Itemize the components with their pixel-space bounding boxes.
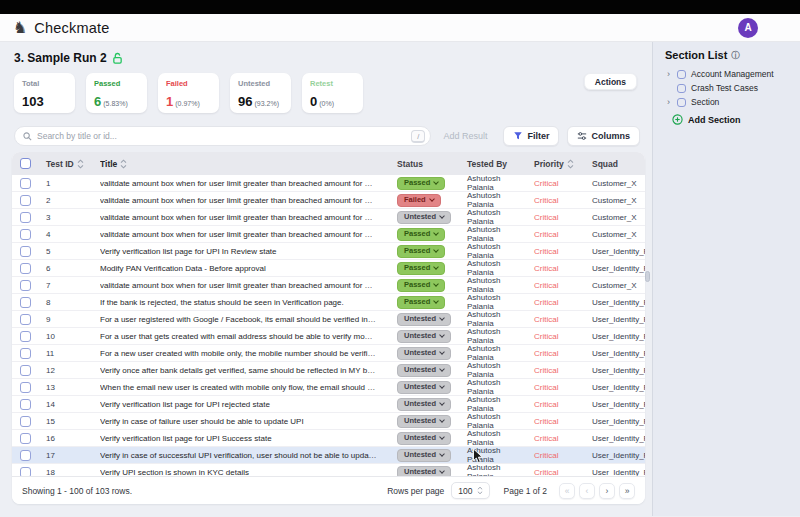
row-checkbox[interactable] (20, 348, 31, 359)
status-select[interactable]: Untested (397, 449, 451, 462)
cell-priority: Critical (522, 230, 578, 239)
row-checkbox[interactable] (20, 263, 31, 274)
cell-priority: Critical (522, 451, 578, 460)
columns-button[interactable]: Columns (567, 126, 640, 146)
table-row[interactable]: 14Verify verification list page for UPI … (12, 396, 645, 413)
sort-icon[interactable] (77, 159, 84, 169)
row-checkbox[interactable] (20, 195, 31, 206)
row-checkbox[interactable] (20, 178, 31, 189)
section-item[interactable]: Crash Test Cases (665, 82, 788, 94)
rows-per-page-label: Rows per page (387, 486, 444, 496)
column-header-label: Title (100, 159, 117, 169)
row-checkbox[interactable] (20, 331, 31, 342)
status-select[interactable]: Passed (397, 262, 445, 275)
stat-label: Failed (166, 79, 211, 88)
row-checkbox[interactable] (20, 297, 31, 308)
cell-title: Verify once after bank details get verif… (100, 366, 385, 375)
search-box[interactable]: / (14, 126, 431, 146)
table-row[interactable]: 1valitdate amount box when for user limi… (12, 175, 645, 192)
status-select[interactable]: Untested (397, 381, 451, 394)
status-select[interactable]: Untested (397, 364, 451, 377)
status-select[interactable]: Passed (397, 245, 445, 258)
page-title: 3. Sample Run 2 (14, 51, 652, 65)
prev-page-button[interactable]: ‹ (579, 483, 595, 499)
column-header-title[interactable]: Title (100, 159, 385, 169)
avatar[interactable]: A (738, 18, 758, 38)
row-checkbox[interactable] (20, 450, 31, 461)
table-row[interactable]: 9For a user registered with Google / Fac… (12, 311, 645, 328)
table-row[interactable]: 10For a user that gets created with emai… (12, 328, 645, 345)
row-checkbox[interactable] (20, 433, 31, 444)
stat-pct: (0%) (319, 100, 334, 107)
last-page-button[interactable]: » (619, 483, 635, 499)
cell-priority: Critical (522, 315, 578, 324)
status-select[interactable]: Untested (397, 398, 451, 411)
table-row[interactable]: 17Verify in case of successful UPI verif… (12, 447, 645, 464)
table-row[interactable]: 6Modify PAN Verification Data - Before a… (12, 260, 645, 277)
cell-title: valitdate amount box when for user limit… (100, 213, 385, 222)
add-section-button[interactable]: Add Section (672, 114, 788, 125)
showing-rows-text: Showing 1 - 100 of 103 rows. (22, 486, 132, 496)
status-select[interactable]: Untested (397, 313, 451, 326)
first-page-button[interactable]: « (559, 483, 575, 499)
row-checkbox[interactable] (20, 229, 31, 240)
row-checkbox[interactable] (20, 314, 31, 325)
stat-label: Retest (310, 79, 355, 88)
row-checkbox[interactable] (20, 280, 31, 291)
table-row[interactable]: 2valitdate amount box when for user limi… (12, 192, 645, 209)
column-header-id[interactable]: Test ID (38, 159, 100, 169)
section-item[interactable]: ›Section (665, 96, 788, 108)
section-checkbox[interactable] (677, 84, 686, 93)
row-checkbox[interactable] (20, 382, 31, 393)
section-checkbox[interactable] (677, 70, 686, 79)
table-row[interactable]: 18Verify UPI section is shown in KYC det… (12, 464, 645, 476)
status-select[interactable]: Untested (397, 466, 451, 477)
info-icon[interactable]: ⓘ (731, 51, 740, 60)
table-row[interactable]: 5Verify verification list page for UPI I… (12, 243, 645, 260)
filter-button[interactable]: Filter (503, 126, 559, 146)
panel-resize-handle[interactable] (645, 271, 650, 282)
section-item[interactable]: ›Account Management (665, 68, 788, 80)
next-page-button[interactable]: › (599, 483, 615, 499)
status-select[interactable]: Passed (397, 279, 445, 292)
column-header-priority[interactable]: Priority (522, 159, 578, 169)
status-select[interactable]: Untested (397, 432, 451, 445)
row-checkbox[interactable] (20, 365, 31, 376)
status-select[interactable]: Passed (397, 177, 445, 190)
rows-per-page-select[interactable]: 100 (451, 482, 489, 499)
filter-label: Filter (527, 131, 549, 141)
status-select[interactable]: Untested (397, 347, 451, 360)
actions-button[interactable]: Actions (584, 73, 637, 90)
sort-icon[interactable] (120, 159, 127, 169)
table-row[interactable]: 12Verify once after bank details get ver… (12, 362, 645, 379)
status-select[interactable]: Failed (397, 194, 441, 207)
sort-icon[interactable] (567, 159, 574, 169)
row-checkbox[interactable] (20, 467, 31, 477)
row-checkbox[interactable] (20, 399, 31, 410)
row-checkbox[interactable] (20, 246, 31, 257)
search-input[interactable] (37, 131, 406, 141)
status-select[interactable]: Untested (397, 415, 451, 428)
table-row[interactable]: 13When the email new user is created wit… (12, 379, 645, 396)
cell-squad: User_Identity_Pod (578, 400, 645, 409)
plus-circle-icon (672, 114, 683, 125)
column-header-tested: Tested By (455, 159, 522, 169)
table-row[interactable]: 11For a new user created with mobile onl… (12, 345, 645, 362)
section-checkbox[interactable] (677, 98, 686, 107)
select-all-checkbox[interactable] (20, 158, 31, 169)
cell-tested-by: Ashutosh Palania (455, 259, 522, 277)
row-checkbox[interactable] (20, 212, 31, 223)
table-row[interactable]: 15Verify in case of failure user should … (12, 413, 645, 430)
status-select[interactable]: Passed (397, 228, 445, 241)
status-select[interactable]: Untested (397, 330, 451, 343)
table-row[interactable]: 4valitdate amount box when for user limi… (12, 226, 645, 243)
table-row[interactable]: 3valitdate amount box when for user limi… (12, 209, 645, 226)
status-select[interactable]: Untested (397, 211, 451, 224)
table-row[interactable]: 7valitdate amount box when for user limi… (12, 277, 645, 294)
table-row[interactable]: 16Verify verification list page for UPI … (12, 430, 645, 447)
table-row[interactable]: 8If the bank is rejected, the status sho… (12, 294, 645, 311)
status-select[interactable]: Passed (397, 296, 445, 309)
add-result-button[interactable]: Add Result (443, 131, 487, 141)
cell-title: Verify in case of successful UPI verific… (100, 451, 385, 460)
row-checkbox[interactable] (20, 416, 31, 427)
